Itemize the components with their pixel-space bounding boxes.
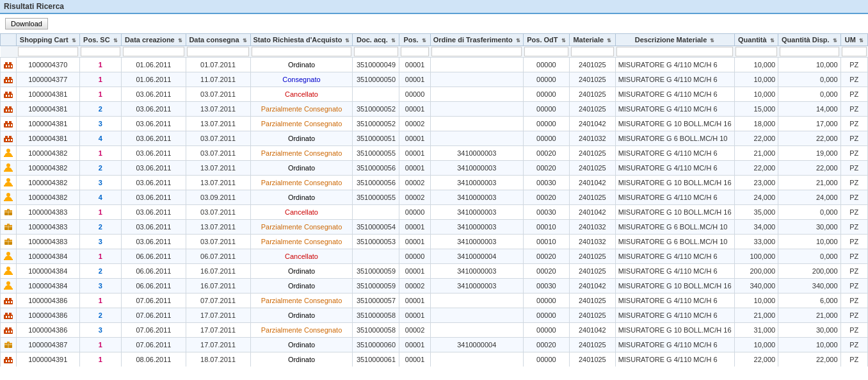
doc-acq-cell: 3510000059 bbox=[353, 279, 399, 293]
filter-ordine[interactable] bbox=[431, 47, 522, 56]
ordine-cell bbox=[430, 117, 523, 131]
col-data-consegna[interactable]: Data consegna ⇅ bbox=[186, 34, 250, 46]
col-pos-odt[interactable]: Pos. OdT ⇅ bbox=[523, 34, 569, 46]
col-pos-sc[interactable]: Pos. SC ⇅ bbox=[79, 34, 122, 46]
row-icon bbox=[1, 308, 17, 323]
col-quantita[interactable]: Quantità ⇅ bbox=[734, 34, 778, 46]
row-icon bbox=[1, 205, 17, 220]
filter-descrizione[interactable] bbox=[616, 47, 733, 56]
table-row[interactable]: 1000004382 2 03.06.2011 13.07.2011 Ordin… bbox=[1, 161, 868, 176]
ordine-cell bbox=[430, 72, 523, 87]
svg-point-72 bbox=[6, 281, 10, 285]
descrizione-cell: MISURATORE G 10 BOLL.MC/H 16 bbox=[615, 117, 734, 131]
filter-shopping-cart[interactable] bbox=[18, 47, 79, 56]
table-row[interactable]: 1000004381 3 03.06.2011 13.07.2011 Parzi… bbox=[1, 117, 868, 131]
col-quantita-disp[interactable]: Quantità Disp. ⇅ bbox=[778, 34, 840, 46]
pos-cell: 00002 bbox=[399, 190, 430, 205]
table-row[interactable]: 1000004382 3 03.06.2011 13.07.2011 Parzi… bbox=[1, 176, 868, 190]
svg-marker-41 bbox=[5, 136, 8, 138]
svg-rect-43 bbox=[4, 156, 13, 157]
svg-rect-47 bbox=[4, 185, 13, 186]
svg-marker-13 bbox=[5, 77, 8, 79]
filter-quantita-disp[interactable] bbox=[780, 47, 839, 56]
col-doc-acq[interactable]: Doc. acq. ⇅ bbox=[353, 34, 399, 46]
stato-cell: Parzialmente Consegnato bbox=[250, 176, 353, 190]
shopping-cart-cell: 1000004387 bbox=[17, 338, 80, 352]
table-row[interactable]: 1000004386 1 07.06.2011 07.07.2011 Parzi… bbox=[1, 293, 868, 308]
col-stato[interactable]: Stato Richiesta d'Acquisto ⇅ bbox=[250, 34, 353, 46]
table-row[interactable]: 1000004382 1 03.06.2011 03.07.2011 Parzi… bbox=[1, 146, 868, 161]
pos-cell: 00001 bbox=[399, 338, 430, 352]
filter-materiale[interactable] bbox=[571, 47, 615, 56]
col-ordine[interactable]: Ordine di Trasferimento ⇅ bbox=[430, 34, 523, 46]
table-row[interactable]: 1000004377 1 01.06.2011 11.07.2011 Conse… bbox=[1, 72, 868, 87]
download-button[interactable]: Download bbox=[5, 18, 48, 29]
table-row[interactable]: 1000004383 3 03.06.2011 03.07.2011 Parzi… bbox=[1, 235, 868, 249]
stato-cell: Parzialmente Consegnato bbox=[250, 235, 353, 249]
um-cell: PZ bbox=[840, 87, 867, 102]
shopping-cart-cell: 1000004384 bbox=[17, 249, 80, 264]
table-row[interactable]: 1000004386 2 07.06.2011 17.07.2011 Ordin… bbox=[1, 308, 868, 323]
shopping-cart-cell: 1000004383 bbox=[17, 205, 80, 220]
pos-sc-cell: 3 bbox=[79, 235, 122, 249]
col-materiale[interactable]: Materiale ⇅ bbox=[570, 34, 616, 46]
svg-rect-19 bbox=[11, 95, 12, 97]
row-icon bbox=[1, 323, 17, 338]
filter-stato[interactable] bbox=[252, 47, 351, 56]
table-row[interactable]: 1000004384 3 06.06.2011 16.07.2011 Ordin… bbox=[1, 279, 868, 293]
shopping-cart-cell: 1000004382 bbox=[17, 190, 80, 205]
table-row[interactable]: 1000004383 1 03.06.2011 03.07.2011 Cance… bbox=[1, 205, 868, 220]
row-icon bbox=[1, 264, 17, 279]
data-creazione-cell: 08.06.2011 bbox=[122, 352, 186, 367]
doc-acq-cell: 3510000054 bbox=[353, 220, 399, 235]
svg-rect-49 bbox=[4, 200, 13, 201]
svg-rect-17 bbox=[6, 95, 7, 97]
table-row[interactable]: 1000004381 1 03.06.2011 03.07.2011 Cance… bbox=[1, 87, 868, 102]
page-title: Risultati Ricerca bbox=[4, 2, 64, 11]
table-row[interactable]: 1000004381 4 03.06.2011 03.07.2011 Ordin… bbox=[1, 131, 868, 146]
stato-cell: Parzialmente Consegnato bbox=[250, 102, 353, 117]
quantita-cell: 35,000 bbox=[734, 205, 778, 220]
pos-odt-cell: 00000 bbox=[523, 72, 569, 87]
pos-odt-cell: 00000 bbox=[523, 308, 569, 323]
descrizione-cell: MISURATORE G 4/110 MC/H 6 bbox=[615, 190, 734, 205]
toolbar: Download bbox=[0, 14, 868, 33]
materiale-cell: 2401025 bbox=[570, 102, 616, 117]
filter-pos[interactable] bbox=[401, 47, 429, 56]
pos-cell: 00001 bbox=[399, 161, 430, 176]
filter-data-consegna[interactable] bbox=[187, 47, 249, 56]
quantita-disp-cell: 6,000 bbox=[778, 293, 840, 308]
filter-data-creazione[interactable] bbox=[123, 47, 184, 56]
table-row[interactable]: 1000004384 1 06.06.2011 06.07.2011 Cance… bbox=[1, 249, 868, 264]
table-row[interactable]: 1000004386 3 07.06.2011 17.07.2011 Parzi… bbox=[1, 323, 868, 338]
shopping-cart-cell: 1000004382 bbox=[17, 176, 80, 190]
filter-pos-sc[interactable] bbox=[81, 47, 120, 56]
materiale-cell: 2401025 bbox=[570, 190, 616, 205]
data-creazione-cell: 07.06.2011 bbox=[122, 338, 186, 352]
filter-quantita[interactable] bbox=[735, 47, 777, 56]
table-row[interactable]: 1000004384 2 06.06.2011 16.07.2011 Ordin… bbox=[1, 264, 868, 279]
col-um[interactable]: UM ⇅ bbox=[840, 34, 867, 46]
table-row[interactable]: 1000004387 1 07.06.2011 17.07.2011 Ordin… bbox=[1, 338, 868, 352]
col-data-creazione[interactable]: Data creazione ⇅ bbox=[122, 34, 186, 46]
filter-pos-odt[interactable] bbox=[524, 47, 568, 56]
ordine-cell: 3410000003 bbox=[430, 190, 523, 205]
svg-rect-30 bbox=[9, 121, 12, 124]
col-shopping-cart[interactable]: Shopping Cart ⇅ bbox=[17, 34, 80, 46]
table-row[interactable]: 1000004370 1 01.06.2011 01.07.2011 Ordin… bbox=[1, 58, 868, 72]
filter-um[interactable] bbox=[842, 47, 866, 56]
pos-sc-cell: 1 bbox=[79, 87, 122, 102]
filter-doc-acq[interactable] bbox=[354, 47, 398, 56]
quantita-cell: 33,000 bbox=[734, 235, 778, 249]
col-pos[interactable]: Pos. ⇅ bbox=[399, 34, 430, 46]
doc-acq-cell: 3510000056 bbox=[353, 176, 399, 190]
table-row[interactable]: 1000004391 1 08.06.2011 18.07.2011 Ordin… bbox=[1, 352, 868, 367]
quantita-cell: 22,000 bbox=[734, 161, 778, 176]
table-row[interactable]: 1000004383 2 03.06.2011 13.07.2011 Parzi… bbox=[1, 220, 868, 235]
svg-rect-24 bbox=[6, 110, 7, 112]
pos-cell: 00001 bbox=[399, 220, 430, 235]
table-row[interactable]: 1000004382 4 03.06.2011 03.09.2011 Ordin… bbox=[1, 190, 868, 205]
data-creazione-cell: 07.06.2011 bbox=[122, 323, 186, 338]
col-descrizione[interactable]: Descrizione Materiale ⇅ bbox=[615, 34, 734, 46]
table-row[interactable]: 1000004381 2 03.06.2011 13.07.2011 Parzi… bbox=[1, 102, 868, 117]
